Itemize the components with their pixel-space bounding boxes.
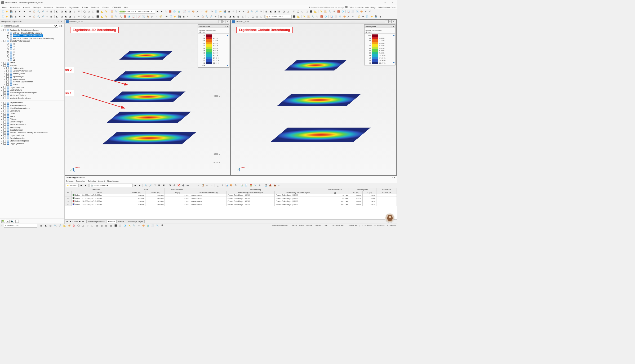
toolbar-button-tb2-59[interactable]: 📐 <box>296 15 300 19</box>
status-osnap[interactable]: OSNAP <box>306 225 312 227</box>
menu-fenster[interactable]: Fenster <box>101 5 111 9</box>
toolbar-button-tb1-23[interactable]: 📏 <box>104 10 108 14</box>
tree-phiz[interactable]: φZ <box>13 59 16 61</box>
page-last-icon[interactable]: ⏭ <box>82 221 85 223</box>
toolbar-button-tb2-24[interactable]: 🧮 <box>110 15 114 19</box>
toolbar-button-tb2-47[interactable]: ⚙ <box>214 15 217 19</box>
toolbar-button-tb1-7[interactable]: 📋 <box>32 10 36 14</box>
toolbar-button-tb1-60[interactable]: 📏 <box>319 10 323 14</box>
tab-wandartige[interactable]: Wandartige Träger <box>126 220 145 223</box>
toolbar-button-tb2-22[interactable]: 📐 <box>100 15 104 19</box>
toolbar-button-tb1-11[interactable]: ▦ <box>50 10 54 14</box>
toolbar-button-tb2-34[interactable]: 🖍 <box>154 15 158 19</box>
table-toolbar-button-26[interactable]: 📥 <box>268 183 272 187</box>
status-icon-16[interactable]: ⬛ <box>114 224 118 228</box>
toolbar-button-tb2-0[interactable]: 📄 <box>1 15 5 19</box>
ttb-next2-icon[interactable]: ▶ <box>138 183 142 187</box>
toolbar-button-tb2-76[interactable]: 💾 <box>374 15 378 19</box>
toolbar-button-tb2-71[interactable]: 🖍 <box>351 15 355 19</box>
tree-item-decken-2d[interactable]: Decken | Lokale 2D-Berechnung <box>13 34 43 37</box>
nav-tab-eye-icon[interactable]: 👁 <box>6 220 10 223</box>
toolbar-button-tb2-31[interactable]: 📉 <box>141 15 145 19</box>
toolbar-button-tb2-37[interactable]: 📄 <box>169 15 173 19</box>
steuer-pin-icon[interactable]: ▫ <box>225 25 226 27</box>
toolbar-button-tb2-19[interactable]: ◻ <box>87 15 91 19</box>
toolbar-button-tb1-38[interactable]: 📂 <box>219 10 223 14</box>
status-icon-18[interactable]: 🧊 <box>123 224 127 228</box>
menu-optionen[interactable]: Optionen <box>90 5 101 9</box>
toolbar-button-tb2-65[interactable]: 🧊 <box>324 15 328 19</box>
toolbar-button-tb2-27[interactable]: 🧱 <box>123 15 127 19</box>
tab-decken[interactable]: Decken <box>106 220 117 223</box>
toolbar-button-tb1-69[interactable]: 🎨 <box>359 10 363 14</box>
toolbar-button-tb1-55[interactable]: ◯ <box>296 10 300 14</box>
status-icon-10[interactable]: ▽ <box>86 224 90 228</box>
analysis-type-select[interactable]: Statische Analyse <box>4 24 58 28</box>
toolbar-button-tb2-10[interactable]: ⚙ <box>45 15 49 19</box>
display-item-2[interactable]: Max/Min-Informationen <box>10 107 30 109</box>
toolbar-button-tb1-30[interactable]: 📈 <box>183 10 186 14</box>
toolbar-button-tb2-41[interactable]: ↶ <box>186 15 190 19</box>
toolbar-button-tb2-42[interactable]: ↷ <box>192 15 196 19</box>
toolbar-button-tb1-71[interactable]: 🖍 <box>368 10 372 14</box>
status-icon-25[interactable]: 📉 <box>155 224 159 228</box>
menu-hilfe[interactable]: Hilfe <box>123 5 130 9</box>
toolbar-button-tb2-49[interactable]: ◧ <box>224 15 228 19</box>
toolbar-button-tb1-31[interactable]: 📉 <box>187 10 191 14</box>
page-first-icon[interactable]: ⏮ <box>66 221 69 223</box>
toolbar-button-tb2-30[interactable]: 📈 <box>137 15 141 19</box>
status-icon-22[interactable]: 🎨 <box>141 224 145 228</box>
toolbar-button-tb2-7[interactable]: 📋 <box>32 15 36 19</box>
toolbar-button-tb1-44[interactable]: 📋 <box>246 10 250 14</box>
table-toolbar-button-2[interactable]: ⬚ <box>153 183 157 187</box>
table-toolbar-button-9[interactable]: ➖ <box>186 183 190 187</box>
toolbar-button-tb2-13[interactable]: ◨ <box>60 15 64 19</box>
nav-tab-more-icon[interactable]: ⋯ <box>15 220 19 223</box>
toolbar-button-tb1-32[interactable]: 🎨 <box>191 10 195 14</box>
toolbar-button-tb2-17[interactable]: ▽ <box>77 15 81 19</box>
toolbar-button-tb2-48[interactable]: ▦ <box>219 15 223 19</box>
table-row[interactable]: 7Zoben : -24.000 m | ΔZ : 3.000 m-24.000… <box>65 194 397 197</box>
table-toolbar-button-7[interactable]: ❌ <box>177 183 181 187</box>
table-toolbar-button-14[interactable]: fx <box>210 183 214 187</box>
toolbar-button-tb1-63[interactable]: 🔨 <box>332 10 336 14</box>
tree-schnittgroessen[interactable]: Schnittgrößen <box>13 72 25 75</box>
tree-staebe[interactable]: Stäbe <box>10 61 15 64</box>
tree-u-abs[interactable]: |u| <box>13 43 15 45</box>
tree-phix[interactable]: φX <box>13 54 16 56</box>
toolbar-button-tb1-67[interactable]: 📈 <box>351 10 355 14</box>
display-item-5[interactable]: Stäbe <box>10 115 15 118</box>
toolbar-button-tb2-6[interactable]: ✂ <box>28 15 32 19</box>
tree-uz[interactable]: uZ <box>13 51 15 53</box>
display-item-4[interactable]: Linien <box>10 112 15 115</box>
view-left-canvas[interactable]: Ergebnisse 2D-Berechnung Regelgeschoss 2… <box>65 24 230 175</box>
status-grid[interactable]: GRID <box>299 225 304 227</box>
table-toolbar-button-11[interactable]: ↔ <box>196 183 200 187</box>
toolbar-button-tb1-28[interactable]: 🧊 <box>172 10 176 14</box>
tmenu-einstellungen[interactable]: Einstellungen <box>107 180 119 182</box>
toolbar-button-tb1-58[interactable]: ⬛ <box>309 10 313 14</box>
toolbar-button-tb1-68[interactable]: 📉 <box>355 10 359 14</box>
table-toolbar-button-3[interactable]: ▦ <box>157 183 161 187</box>
toolbar-button-tb1-16[interactable]: △ <box>73 10 77 14</box>
toolbar-button-tb1-66[interactable]: 📊 <box>347 10 350 14</box>
table-toolbar-button-16[interactable]: √ <box>220 183 224 187</box>
toolbar-button-tb2-2[interactable]: 💾 <box>9 15 13 19</box>
toolbar-button-tb2-54[interactable]: ▽ <box>247 15 251 19</box>
display-item-10[interactable]: Darstellungsart <box>10 129 23 131</box>
toolbar-button-tb2-11[interactable]: ▦ <box>50 15 54 19</box>
status-icon-23[interactable]: 📊 <box>146 224 150 228</box>
toolbar-button-tb1-51[interactable]: ◩ <box>278 10 282 14</box>
display-item-14[interactable]: Steifigkeitsmittelpunkt <box>10 140 29 142</box>
tree-isotrope[interactable]: Isotrope Eigenschaften <box>13 81 33 83</box>
toolbar-button-tb2-21[interactable]: ⬛ <box>96 15 100 19</box>
tree-form[interactable]: Form <box>13 83 18 86</box>
view-close-icon[interactable]: ✕ <box>226 20 229 23</box>
toolbar-button-tb2-8[interactable]: 🔍 <box>37 15 41 19</box>
toolbar-button-tb2-9[interactable]: 🔎 <box>41 15 45 19</box>
tree-flaechen[interactable]: Flächen <box>10 64 17 67</box>
toolbar-button-tb2-67[interactable]: 📈 <box>334 15 338 19</box>
toolbar-button-tb1-6[interactable]: ✂ <box>28 10 32 14</box>
status-icon-17[interactable]: ⬜ <box>118 224 122 228</box>
toolbar-button-tb1-59[interactable]: 📐 <box>313 10 317 14</box>
